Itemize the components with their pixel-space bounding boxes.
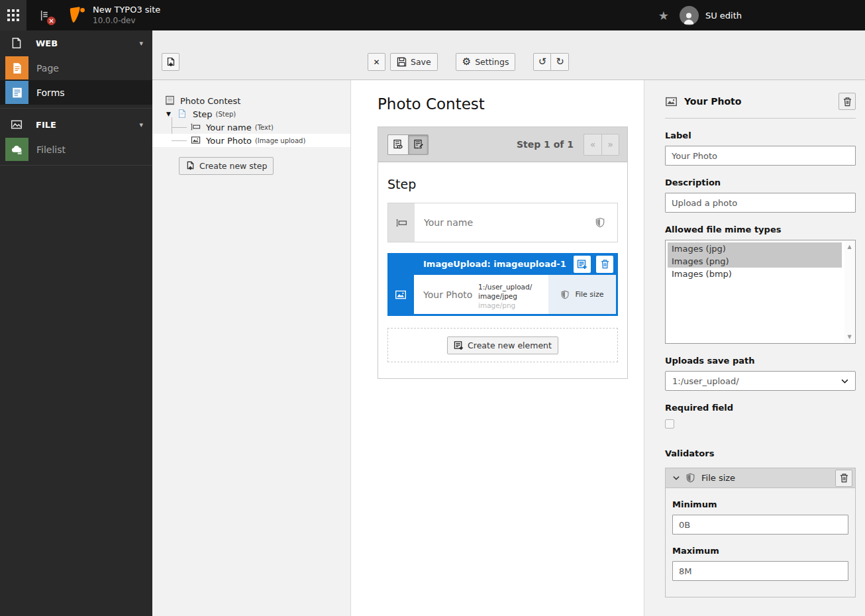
save-button[interactable]: Save <box>390 53 438 71</box>
chevron-down-icon: ▾ <box>139 39 143 48</box>
form-plus-icon <box>454 340 464 350</box>
gear-icon: ⚙ <box>462 57 471 67</box>
next-step-button[interactable]: » <box>601 134 619 156</box>
scroll-up-icon[interactable]: ▲ <box>847 244 851 250</box>
sidebar-section-web: WEB ▾ Page Forms <box>0 30 152 109</box>
sidebar-header-file[interactable]: FILE ▾ <box>0 112 152 137</box>
tree-item-your-name[interactable]: Your name (Text) <box>152 121 350 134</box>
error-badge-icon <box>47 17 56 25</box>
divider <box>665 118 856 119</box>
element-inspector: Your Photo Label Description Allowed fil… <box>644 80 865 616</box>
tree-collapse-icon[interactable]: ▼ <box>166 111 171 117</box>
preview-mode-button[interactable] <box>387 134 408 155</box>
form-element-your-photo-selected[interactable]: ImageUpload: imageupload-1 <box>387 253 618 316</box>
text-field-icon <box>191 122 201 132</box>
element-label: Your name <box>424 217 473 228</box>
label-field-group: Label <box>665 130 856 166</box>
tree-type: (Text) <box>255 124 274 131</box>
create-new-step-button[interactable]: Create new step <box>179 157 274 175</box>
document-pencil-icon <box>413 139 424 150</box>
image-upload-icon <box>387 275 414 314</box>
sidebar-item-page[interactable]: Page <box>0 56 152 80</box>
module-menu-toggle-button[interactable] <box>0 0 26 30</box>
close-icon: ✕ <box>373 58 380 67</box>
validator-panel: File size Minimum Maximum <box>665 468 856 597</box>
selected-element-content: Your Photo 1:/user_upload/ image/jpeg im… <box>414 275 548 314</box>
site-info[interactable]: New TYPO3 site 10.0.0-dev <box>93 5 160 25</box>
step-page-icon <box>178 109 188 119</box>
sidebar-section-file: FILE ▾ Filelist <box>0 112 152 166</box>
undo-icon: ↺ <box>538 57 547 67</box>
required-checkbox[interactable] <box>665 419 674 429</box>
site-title: New TYPO3 site <box>93 5 160 15</box>
new-form-button[interactable] <box>162 53 179 71</box>
sidebar-item-forms[interactable]: Forms <box>0 80 152 105</box>
module-label: Forms <box>36 87 65 98</box>
create-element-after-button[interactable] <box>574 256 591 273</box>
meta-mime-1: image/jpeg <box>478 291 532 301</box>
close-button[interactable]: ✕ <box>368 53 385 71</box>
description-input[interactable] <box>665 193 856 213</box>
scroll-down-icon[interactable]: ▼ <box>847 334 851 340</box>
create-new-element-button[interactable]: Create new element <box>447 336 558 354</box>
document-plus-icon <box>166 57 176 68</box>
listbox-scrollbar[interactable]: ▲ ▼ <box>844 241 854 342</box>
sidebar-header-web[interactable]: WEB ▾ <box>0 30 152 56</box>
redo-icon: ↻ <box>556 57 564 67</box>
mime-option-png[interactable]: Images (png) <box>668 255 842 268</box>
uploads-save-path-select[interactable]: 1:/user_upload/ <box>665 371 856 391</box>
text-field-icon <box>388 203 415 242</box>
mime-types-listbox[interactable]: Images (jpg) Images (png) Images (bmp) ▲… <box>665 240 856 344</box>
remove-validator-button[interactable] <box>835 470 852 487</box>
field-label: Label <box>665 130 856 140</box>
validator-panel-body: Minimum Maximum <box>666 499 855 597</box>
redo-button[interactable]: ↻ <box>551 53 569 71</box>
topbar: New TYPO3 site 10.0.0-dev ★ SU edith <box>0 0 865 30</box>
field-label: Description <box>665 178 856 187</box>
form-icon <box>165 95 176 106</box>
undo-button[interactable]: ↺ <box>533 53 551 71</box>
step-pagination: Step 1 of 1 « » <box>517 134 619 156</box>
stage-body: Step Your name <box>378 162 627 378</box>
remove-element-button[interactable] <box>839 93 856 110</box>
mime-option-bmp[interactable]: Images (bmp) <box>668 268 842 280</box>
chevron-down-icon: ▾ <box>139 121 143 129</box>
username: SU edith <box>705 11 742 21</box>
image-upload-icon <box>665 95 678 108</box>
clear-cache-button[interactable] <box>32 0 58 30</box>
mime-option-jpg[interactable]: Images (jpg) <box>668 242 842 255</box>
tree-label: Your Photo <box>206 136 252 146</box>
edit-mode-button[interactable] <box>408 134 429 155</box>
validators-heading: Validators <box>665 448 856 458</box>
delete-element-button[interactable] <box>596 256 613 273</box>
previous-step-button[interactable]: « <box>584 134 601 156</box>
image-upload-icon <box>191 135 201 146</box>
trash-icon <box>600 259 610 269</box>
tree-item-form-root[interactable]: Photo Contest <box>152 94 350 107</box>
tree-label: Photo Contest <box>180 96 240 106</box>
minimum-input[interactable] <box>672 515 848 535</box>
user-menu[interactable]: SU edith <box>680 6 742 25</box>
required-field-group: Required field <box>665 403 856 431</box>
step-heading: Step <box>387 177 618 191</box>
field-label: Allowed file mime types <box>665 225 856 234</box>
tree-item-your-photo[interactable]: Your Photo (Image upload) <box>152 134 350 147</box>
section-label: FILE <box>36 120 56 130</box>
typo3-logo[interactable] <box>68 6 86 25</box>
selected-element-header: ImageUpload: imageupload-1 <box>387 253 618 275</box>
element-label: Your Photo <box>414 289 478 300</box>
sidebar-item-filelist[interactable]: Filelist <box>0 137 152 162</box>
label-input[interactable] <box>665 146 856 166</box>
bookmark-star-icon[interactable]: ★ <box>658 9 669 23</box>
settings-button[interactable]: ⚙ Settings <box>456 53 516 71</box>
field-label: Uploads save path <box>665 356 856 366</box>
maximum-input[interactable] <box>672 561 848 581</box>
stage-card: Step 1 of 1 « » Step Your name <box>378 127 628 379</box>
tree-item-step[interactable]: ▼ Step (Step) <box>152 107 350 121</box>
inspector-header: Your Photo <box>665 89 856 114</box>
form-element-your-name[interactable]: Your name <box>387 203 618 242</box>
meta-save-path: 1:/user_upload/ <box>478 282 532 291</box>
grid-icon <box>7 9 19 21</box>
validator-panel-header[interactable]: File size <box>666 468 855 488</box>
module-sidebar: WEB ▾ Page Forms <box>0 30 152 616</box>
